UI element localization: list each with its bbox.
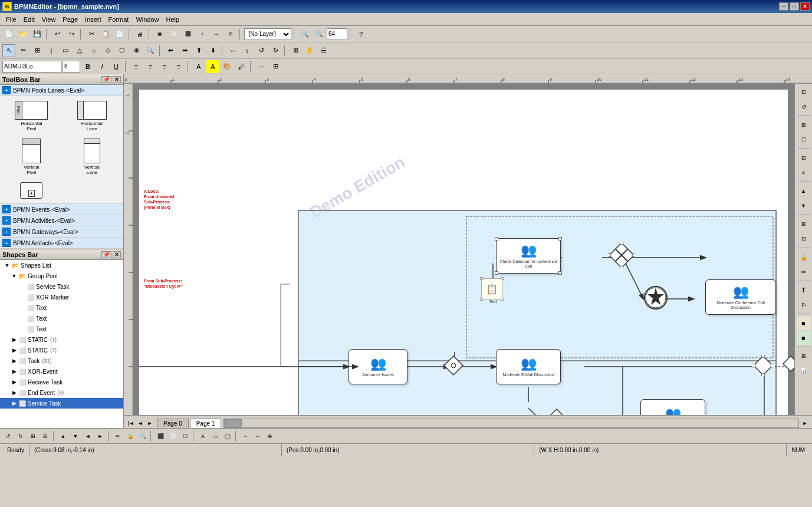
bt-10[interactable]: 🔒 xyxy=(124,430,136,442)
italic-button[interactable]: I xyxy=(96,60,109,73)
copy-button[interactable]: 📋 xyxy=(99,28,112,41)
expand-end-event[interactable]: ▶ xyxy=(11,389,18,396)
align-left[interactable]: ⬅ xyxy=(164,44,177,57)
tree-xor-event[interactable]: ▶ ⬜ XOR-Event xyxy=(0,366,123,377)
task-check-calendar[interactable]: 👥 Check Calendar for conference Call xyxy=(496,238,561,274)
bt-20[interactable]: ⊕ xyxy=(264,430,276,442)
page-prev[interactable]: ◄ xyxy=(136,419,145,428)
rt-ungroup[interactable]: ⊟ xyxy=(797,232,811,246)
tb-b2[interactable]: ⬜ xyxy=(167,28,180,41)
menu-window[interactable]: Window xyxy=(132,15,162,24)
tree-static-1[interactable]: ▶ ⬜ STATIC (1) xyxy=(0,334,123,345)
highlight-btn[interactable]: A xyxy=(206,60,219,73)
menu-insert[interactable]: Insert xyxy=(81,15,105,24)
tb-b5[interactable]: → xyxy=(210,28,223,41)
undo-button[interactable]: ↩ xyxy=(51,28,64,41)
expand-service-task-2[interactable]: ▶ xyxy=(11,400,18,407)
bt-15[interactable]: A xyxy=(197,430,209,442)
gateway-middle[interactable] xyxy=(443,355,464,376)
rt-chart[interactable]: 📊 xyxy=(797,364,811,378)
expand-recieve-task[interactable]: ▶ xyxy=(11,378,18,386)
cut-button[interactable]: ✂ xyxy=(85,28,98,41)
layer-select[interactable]: {No Layer} xyxy=(244,28,291,40)
rt-table[interactable]: ⊞ xyxy=(797,349,811,363)
tree-group-pool[interactable]: ▼ 📂 Group Pool xyxy=(0,271,123,281)
rt-color2[interactable]: ◼ xyxy=(797,331,811,345)
tb-e4[interactable]: ↻ xyxy=(269,44,282,57)
scroll-right-btn[interactable]: ► xyxy=(800,419,810,428)
tree-text-2[interactable]: ⬜ Text xyxy=(0,313,123,324)
bt-1[interactable]: ↺ xyxy=(2,430,14,442)
bt-16[interactable]: ▭ xyxy=(209,430,221,442)
tb-d3[interactable]: △ xyxy=(73,44,86,57)
expand-static-2[interactable]: ▶ xyxy=(11,347,18,354)
bt-6[interactable]: ▼ xyxy=(70,430,81,442)
tree-end-event[interactable]: ▶ ⬜ End Event (5) xyxy=(0,387,123,398)
expand-shapes-list[interactable]: ▼ xyxy=(4,262,11,269)
align-bottom[interactable]: ⬇ xyxy=(206,44,219,57)
expand-group-pool[interactable]: ▼ xyxy=(11,272,18,279)
font-color-btn[interactable]: A xyxy=(192,60,205,73)
bt-2[interactable]: ↻ xyxy=(15,430,27,442)
rt-lock[interactable]: 🔒 xyxy=(797,250,811,264)
gateway-join-1[interactable] xyxy=(752,355,774,376)
rt-align[interactable]: ≡ xyxy=(797,166,811,180)
rt-color1[interactable]: ◼ xyxy=(797,316,811,330)
tb-d1[interactable]: | xyxy=(45,44,58,57)
task-moderate-email[interactable]: 👥 Moderate E-Mail Discussion xyxy=(496,349,561,384)
paste-button[interactable]: 📄 xyxy=(113,28,126,41)
shape-vertical-pool[interactable]: VerticalPool xyxy=(2,136,61,177)
bt-3[interactable]: ⊞ xyxy=(27,430,39,442)
tree-text-1[interactable]: ⬜ Text xyxy=(0,302,123,313)
toolbox-group-activities[interactable]: + BPMN Activities-<Eval> xyxy=(0,215,123,226)
rt-text[interactable]: T xyxy=(797,283,811,297)
tb-b4[interactable]: + xyxy=(196,28,209,41)
bt-17[interactable]: ◯ xyxy=(222,430,234,442)
save-button[interactable]: 💾 xyxy=(31,28,44,41)
align-text-center[interactable]: ≡ xyxy=(144,60,157,73)
rt-select-all[interactable]: ⊞ xyxy=(797,118,811,132)
bold-button[interactable]: B xyxy=(81,60,94,73)
toolbox-group-gateways[interactable]: + BPMN Gateways-<Eval> xyxy=(0,226,123,238)
grid-btn[interactable]: ⊞ xyxy=(269,60,282,73)
toolbox-close[interactable]: ✕ xyxy=(113,76,121,83)
rt-send-back[interactable]: ▼ xyxy=(797,199,811,213)
print-button[interactable]: 🖨 xyxy=(133,28,146,41)
help-button[interactable]: ? xyxy=(354,28,367,41)
rt-deselect[interactable]: ☐ xyxy=(797,133,811,147)
fill-color-btn[interactable]: 🎨 xyxy=(221,60,234,73)
gateway-lower[interactable] xyxy=(546,408,567,415)
tb-d8[interactable]: 🔍 xyxy=(144,44,157,57)
rt-edit[interactable]: ✏ xyxy=(797,265,811,279)
menu-view[interactable]: View xyxy=(38,15,60,24)
toolbox-group-events[interactable]: + BPMN Events-<Eval> xyxy=(0,204,123,215)
tree-shapes-list[interactable]: ▼ 📂 Shapes List xyxy=(0,260,123,271)
close-button[interactable]: ✕ xyxy=(800,2,810,11)
align-text-left[interactable]: ≡ xyxy=(130,60,143,73)
h-scrollbar-thumb[interactable] xyxy=(224,419,242,427)
tb-e1[interactable]: ↔ xyxy=(226,44,239,57)
task-moderate-conf[interactable]: 👥 Moderate Conference Call Discussion xyxy=(705,279,776,315)
bt-18[interactable]: → xyxy=(239,430,251,442)
hand-tool[interactable]: ✋ xyxy=(303,44,316,57)
menu-page[interactable]: Page xyxy=(59,15,81,24)
bt-19[interactable]: ↔ xyxy=(252,430,264,442)
toolbox-pin[interactable]: 📌 xyxy=(101,76,111,83)
rt-rotate-left[interactable]: ↺ xyxy=(797,100,811,114)
redo-button[interactable]: ↪ xyxy=(65,28,78,41)
tree-xor-marker[interactable]: ⬜ XOR-Marker xyxy=(0,292,123,302)
page-next[interactable]: ► xyxy=(145,419,154,428)
menu-edit[interactable]: Edit xyxy=(20,15,38,24)
new-button[interactable]: 📄 xyxy=(2,28,15,41)
shape-subprocess[interactable]: + xyxy=(2,180,61,201)
tb-d4[interactable]: ○ xyxy=(87,44,100,57)
rt-flag[interactable]: 🏳 xyxy=(797,298,811,312)
font-size-input[interactable] xyxy=(63,61,80,73)
open-button[interactable]: 📁 xyxy=(17,28,29,41)
menu-format[interactable]: Format xyxy=(105,15,133,24)
task-email-vote-1[interactable]: 👥 E-Mail Vote Deadline Warning xyxy=(640,399,705,415)
rt-snap-grid[interactable]: ⊟ xyxy=(797,151,811,165)
select-tool[interactable]: ↖ xyxy=(2,44,15,57)
shape-horizontal-lane[interactable]: HorizontalLane xyxy=(63,98,121,134)
align-text-right[interactable]: ≡ xyxy=(158,60,171,73)
